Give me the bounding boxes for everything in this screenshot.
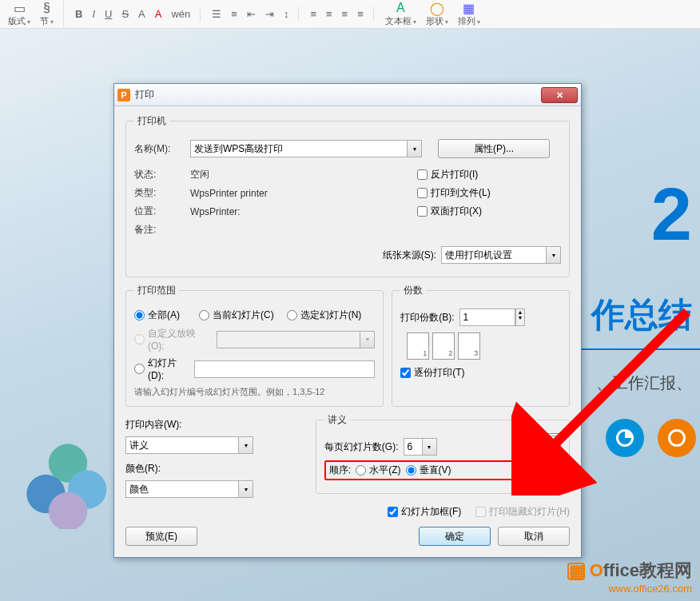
reverse-checkbox[interactable]: 反片打印(I) bbox=[417, 168, 478, 181]
arrange-button[interactable]: ▦ 排列▾ bbox=[455, 1, 483, 27]
range-custom-radio: 自定义放映(O): bbox=[134, 327, 212, 352]
numbering-button[interactable]: ≡ bbox=[228, 6, 241, 22]
dropdown-arrow-icon: ▾ bbox=[238, 437, 253, 453]
slide-big-text: 2 bbox=[651, 173, 692, 257]
printer-group: 打印机 名称(M): 发送到WPS高级打印 ▾ 属性(P)... 状态:空闲 类… bbox=[125, 114, 570, 277]
range-current-radio[interactable]: 当前幻灯片(C) bbox=[199, 308, 274, 322]
range-legend: 打印范围 bbox=[134, 284, 179, 297]
collate-checkbox[interactable]: 逐份打印(T) bbox=[400, 366, 464, 380]
to-file-checkbox[interactable]: 打印到文件(L) bbox=[417, 186, 491, 200]
slide-subtitle: 作总结 bbox=[591, 293, 692, 337]
perpage-label: 每页幻灯片数(G): bbox=[324, 440, 399, 454]
color-label: 颜色(R): bbox=[125, 462, 161, 476]
spin-down-button[interactable]: ▼ bbox=[516, 315, 525, 320]
preview-button[interactable]: 预览(E) bbox=[125, 527, 197, 546]
duplex-checkbox[interactable]: 双面打印(X) bbox=[417, 205, 482, 218]
printer-name-select[interactable]: 发送到WPS高级打印 ▾ bbox=[190, 140, 422, 157]
shape-button[interactable]: ◯ 形状▾ bbox=[423, 1, 451, 27]
frame-checkbox[interactable]: 幻灯片加框(F) bbox=[388, 505, 461, 519]
perpage-select[interactable]: 6 ▾ bbox=[404, 438, 437, 456]
spin-up-button[interactable]: ▲ bbox=[516, 309, 525, 315]
comment-label: 备注: bbox=[134, 223, 190, 237]
type-label: 类型: bbox=[134, 186, 190, 200]
handout-group: 讲义 每页幻灯片数(G): 6 ▾ 顺序: 水平(Z) bbox=[316, 413, 570, 494]
range-slides-radio[interactable]: 幻灯片(D): bbox=[134, 356, 189, 381]
textbox-icon: A bbox=[396, 1, 405, 15]
range-selected-radio[interactable]: 选定幻灯片(N) bbox=[287, 308, 362, 322]
copies-group: 份数 打印份数(B): ▲ ▼ 逐份打印(T) bbox=[392, 284, 570, 407]
section-icon: § bbox=[43, 1, 50, 15]
strike-button[interactable]: S bbox=[118, 6, 132, 22]
watermark-brand: ▦ OfficeOffice教程网教程网 bbox=[567, 559, 693, 583]
order-highlight: 顺序: 水平(Z) 垂直(V) bbox=[324, 460, 519, 480]
copies-label: 打印份数(B): bbox=[400, 311, 454, 324]
content-select[interactable]: 讲义 ▾ bbox=[125, 436, 253, 454]
paper-source-label: 纸张来源(S): bbox=[383, 249, 436, 262]
orange-circle-icon bbox=[658, 419, 696, 457]
bullets-button[interactable]: ☰ bbox=[209, 6, 225, 22]
printer-legend: 打印机 bbox=[134, 114, 169, 128]
blue-circle-icon bbox=[606, 419, 644, 457]
status-label: 状态: bbox=[134, 168, 190, 181]
dropdown-arrow-icon: ▾ bbox=[422, 439, 436, 455]
range-group: 打印范围 全部(A) 当前幻灯片(C) 选定幻灯片(N) 自定义放映(O): ▾… bbox=[125, 284, 384, 407]
copies-input[interactable] bbox=[459, 308, 515, 326]
layout-button[interactable]: ▭ 版式▾ bbox=[5, 1, 34, 27]
properties-button[interactable]: 属性(P)... bbox=[438, 139, 550, 158]
arrange-icon: ▦ bbox=[463, 1, 475, 15]
hidden-checkbox: 打印隐藏幻灯片(H) bbox=[475, 505, 570, 519]
order-label: 顺序: bbox=[329, 464, 351, 477]
superscript-button[interactable]: A bbox=[135, 6, 149, 22]
svg-point-3 bbox=[49, 492, 87, 529]
type-value: WpsPrinter printer bbox=[190, 188, 268, 199]
location-value: WpsPrinter: bbox=[190, 206, 241, 217]
ribbon-toolbar: ▭ 版式▾ § 节▾ B I U S A A wén ☰ ≡ ⇤ ⇥ ↕ ≡ ≡… bbox=[0, 0, 700, 29]
align-right-button[interactable]: ≡ bbox=[339, 6, 352, 22]
collate-thumbs bbox=[407, 332, 561, 360]
bold-button[interactable]: B bbox=[72, 6, 86, 22]
range-all-radio[interactable]: 全部(A) bbox=[134, 308, 180, 322]
slides-input[interactable] bbox=[194, 360, 375, 378]
indent-dec-button[interactable]: ⇤ bbox=[244, 6, 259, 22]
handout-legend: 讲义 bbox=[324, 413, 350, 427]
section-button[interactable]: § 节▾ bbox=[37, 1, 57, 27]
watermark-url: www.office26.com bbox=[567, 583, 693, 595]
print-dialog: P 打印 ✕ 打印机 名称(M): 发送到WPS高级打印 ▾ 属性(P)... … bbox=[113, 83, 582, 558]
watermark: ▦ OfficeOffice教程网教程网 www.office26.com bbox=[567, 559, 693, 595]
dialog-titlebar[interactable]: P 打印 ✕ bbox=[114, 84, 581, 106]
align-justify-button[interactable]: ≡ bbox=[354, 6, 367, 22]
underline-button[interactable]: U bbox=[101, 6, 115, 22]
ok-button[interactable]: 确定 bbox=[419, 527, 491, 546]
app-icon: P bbox=[117, 89, 130, 101]
order-vert-radio[interactable]: 垂直(V) bbox=[406, 464, 451, 477]
name-label: 名称(M): bbox=[134, 142, 190, 156]
custom-show-select: ▾ bbox=[217, 331, 375, 348]
copies-legend: 份数 bbox=[400, 284, 426, 297]
close-button[interactable]: ✕ bbox=[541, 87, 578, 103]
indent-inc-button[interactable]: ⇥ bbox=[262, 6, 277, 22]
shape-icon: ◯ bbox=[430, 1, 444, 15]
range-hint: 请输入幻灯片编号或幻灯片范围。例如，1,3,5-12 bbox=[134, 386, 375, 398]
status-value: 空闲 bbox=[190, 168, 209, 181]
italic-button[interactable]: I bbox=[89, 6, 98, 22]
dropdown-arrow-icon: ▾ bbox=[546, 247, 560, 263]
dialog-title: 打印 bbox=[135, 88, 541, 101]
location-label: 位置: bbox=[134, 205, 190, 218]
align-left-button[interactable]: ≡ bbox=[307, 6, 320, 22]
content-label: 打印内容(W): bbox=[125, 418, 182, 432]
align-center-button[interactable]: ≡ bbox=[323, 6, 336, 22]
paper-source-select[interactable]: 使用打印机设置 ▾ bbox=[441, 246, 561, 264]
dropdown-arrow-icon: ▾ bbox=[407, 141, 421, 157]
linespace-button[interactable]: ↕ bbox=[280, 6, 292, 22]
slide-caption: 、工作汇报、 bbox=[596, 372, 692, 394]
layout-preview: 14 25 36 bbox=[526, 433, 561, 475]
order-horiz-radio[interactable]: 水平(Z) bbox=[356, 464, 400, 477]
layout-icon: ▭ bbox=[14, 1, 26, 15]
highlight-button[interactable]: A bbox=[152, 6, 165, 22]
cancel-button[interactable]: 取消 bbox=[498, 527, 570, 546]
phonetic-button[interactable]: wén bbox=[168, 6, 193, 22]
textbox-button[interactable]: A 文本框▾ bbox=[382, 1, 420, 27]
dropdown-arrow-icon: ▾ bbox=[238, 481, 253, 497]
decorative-blobs bbox=[24, 441, 112, 529]
color-select[interactable]: 颜色 ▾ bbox=[125, 480, 253, 498]
